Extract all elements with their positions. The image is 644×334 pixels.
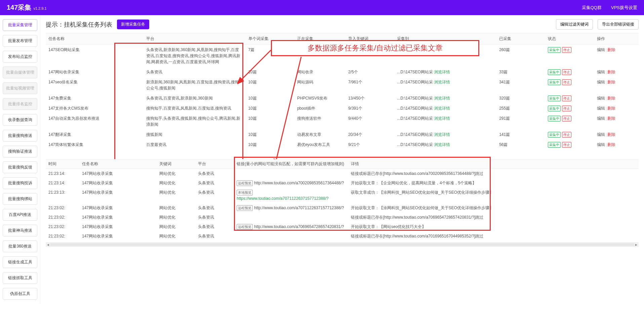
stop-button[interactable]: 停止 [562,96,571,101]
delete-link[interactable]: 删除 [607,116,615,121]
stop-button[interactable]: 停止 [562,79,571,85]
header-link-vps[interactable]: VPS拨号设置 [611,5,637,11]
browse-link[interactable]: 浏览详情 [434,47,450,52]
delete-link[interactable]: 删除 [607,142,615,147]
sidebar-item-10[interactable]: 批量搜狗投诉 [3,177,37,189]
edit-link[interactable]: 编辑 [597,80,605,84]
cell-dest: ...D:\147SEO网站采 浏览详情 [394,93,496,103]
edit-link[interactable]: 编辑 [597,96,605,101]
sidebar-item-16[interactable]: 链接抓取工具 [3,272,37,284]
cell-time: 21:23:14: [46,169,79,179]
cell-task: 147网站收录采集 [79,169,157,179]
cell-platform: 头条资讯,百度资讯,新浪新闻,360新闻 [144,93,246,103]
browse-link[interactable]: 浏览详情 [434,132,450,137]
browse-link[interactable]: 浏览详情 [434,106,450,111]
cell-collected: 141篇 [496,129,545,140]
th-platform: 平台 [144,33,246,45]
sidebar-item-13[interactable]: 批量神马推送 [3,225,37,236]
cell-collecting: pboot插件 [294,103,346,113]
browse-link[interactable]: 浏览详情 [434,70,450,74]
horizontal-scrollbar[interactable]: ◄ ► [46,242,639,247]
cell-dest: ...D:\147SEO网站采 浏览详情 [394,113,496,129]
cell-single: 10篇 [246,67,294,77]
cell-dest: ...D:\147SEO网站采 浏览详情 [394,77,496,93]
cell-collected: 341篇 [496,77,545,93]
cell-link: 远程预览http://www.toutiao.com/a707112263715… [234,203,348,213]
cell-link [234,213,348,222]
add-task-button[interactable]: 新增采集任务 [117,20,149,29]
delete-link[interactable]: 删除 [607,106,615,111]
stop-button[interactable]: 停止 [562,69,571,75]
tasks-table: 任务名称 平台 单个词采集 正在采集 导入关键词 采集到 已采集 状态 操作 1… [46,33,639,150]
sidebar-item-3: 批量自媒体管理 [3,67,37,78]
cell-imported: 20/34个 [346,129,394,140]
log-row: 21:23:02:147网站收录采集网站优化头条资讯链接或标题已存在[http:… [46,231,639,241]
stop-button[interactable]: 停止 [562,132,571,138]
cell-platform: 搜狗知乎,头条资讯,搜狐新闻,搜狗公众号,腾讯新闻,新浪新闻 [144,113,246,129]
cell-platform: 头条资讯,新浪新闻,360新闻,凤凰新闻,搜狗知乎,百度资讯,百度知道,搜狗资讯… [144,45,246,67]
stop-button[interactable]: 停止 [562,106,571,111]
stop-button[interactable]: 停止 [562,116,571,121]
sidebar-item-17[interactable]: 伪原创工具 [3,288,37,300]
sidebar-item-2[interactable]: 发布站点监控 [3,51,37,63]
edit-link[interactable]: 编辑 [597,47,605,52]
sidebar-item-14[interactable]: 批量360推送 [3,240,37,252]
cell-imported: 9/440个 [346,113,394,129]
sidebar-item-4: 批量短视频管理 [3,82,37,94]
sidebar-item-1[interactable]: 批量发布管理 [3,35,37,47]
cell-detail: 开始获取文章：【网站seo优化技巧大全】 [348,222,639,231]
log-url[interactable]: http://www.toutiao.com/a7069654728657420… [254,224,344,229]
cell-platform: 新浪新闻,360新闻,凤凰新闻,百度知道,搜狗资讯,搜狗公众号,搜狐新闻 [144,77,246,93]
browse-link[interactable]: 浏览详情 [434,116,450,121]
cell-collected: 320篇 [496,93,545,103]
cell-name: 147简体转繁体采集 [46,140,144,150]
cell-status: 采集中停止 [545,140,594,150]
cell-single: 7篇 [246,45,294,67]
edit-link[interactable]: 编辑 [597,70,605,74]
scroll-right-icon[interactable]: ► [634,243,639,247]
edit-filter-button[interactable]: 编辑过滤关键词 [556,19,593,30]
stop-button[interactable]: 停止 [562,142,571,148]
sidebar-item-15[interactable]: 链接生成工具 [3,256,37,268]
sidebar-item-12[interactable]: 百度API推送 [3,209,37,221]
cell-name: 147网站收录采集 [46,67,144,77]
cell-link [234,169,348,179]
scroll-left-icon[interactable]: ◄ [46,243,50,247]
delete-link[interactable]: 删除 [607,96,615,101]
th-dest: 采集到 [394,33,496,45]
th2-kw: 关键词 [157,159,195,169]
log-url[interactable]: http://www.toutiao.com/a7002098535617364… [254,181,344,185]
delete-link[interactable]: 删除 [607,132,615,137]
sidebar-item-7[interactable]: 批量搜狗推送 [3,130,37,142]
cell-imported: 9/391个 [346,103,394,113]
cell-kw: 网站优化 [157,203,195,213]
sidebar-item-9[interactable]: 批量搜狗反馈 [3,161,37,173]
edit-link[interactable]: 编辑 [597,132,605,137]
sidebar-item-0[interactable]: 批量采集管理 [3,19,37,31]
sidebar-item-6[interactable]: 收录数据查询 [3,114,37,126]
stop-button[interactable]: 停止 [562,47,571,53]
browse-link[interactable]: 浏览详情 [434,80,450,84]
edit-link[interactable]: 编辑 [597,106,605,111]
browse-link[interactable]: 浏览详情 [434,142,450,147]
cell-kw: 网站优化 [157,188,195,203]
delete-link[interactable]: 删除 [607,70,615,74]
export-errors-button[interactable]: 导出全部错误链接 [598,19,639,30]
cell-collecting: 动易发布文章 [294,129,346,140]
log-url[interactable]: http://www.toutiao.com/a7071122637157712… [254,206,344,210]
status-badge: 采集中 [548,106,561,111]
log-url[interactable]: https://www.toutiao.com/a707112263715771… [237,196,329,201]
edit-link[interactable]: 编辑 [597,142,605,147]
sidebar-item-11[interactable]: 批量搜狗绑站 [3,193,37,205]
delete-link[interactable]: 删除 [607,47,615,52]
sidebar-item-8[interactable]: 搜狗验证推送 [3,146,37,157]
cell-single: 10篇 [246,103,294,113]
cell-op: 编辑|删除 [594,77,639,93]
cell-plat: 头条资讯 [195,178,234,188]
browse-link[interactable]: 浏览详情 [434,96,450,101]
delete-link[interactable]: 删除 [607,80,615,84]
local-badge: 本地预览 [237,190,253,195]
cell-collecting: PHPCMSV9发布 [294,93,346,103]
header-link-qq[interactable]: 采集QQ群 [582,5,602,11]
edit-link[interactable]: 编辑 [597,116,605,121]
